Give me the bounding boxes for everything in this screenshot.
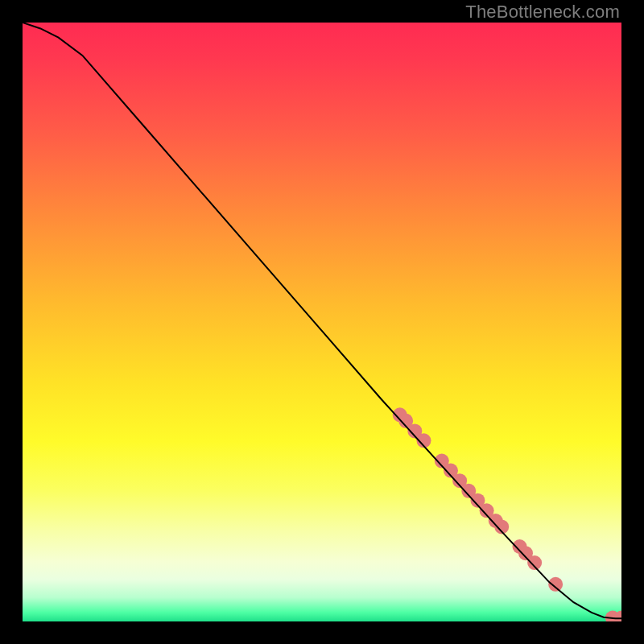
bottleneck-chart bbox=[23, 23, 621, 621]
attribution-text: TheBottleneck.com bbox=[465, 2, 620, 23]
curve-path bbox=[23, 23, 621, 618]
highlight-dots bbox=[393, 407, 621, 621]
chart-svg bbox=[23, 23, 621, 621]
highlight-dot bbox=[527, 555, 542, 570]
